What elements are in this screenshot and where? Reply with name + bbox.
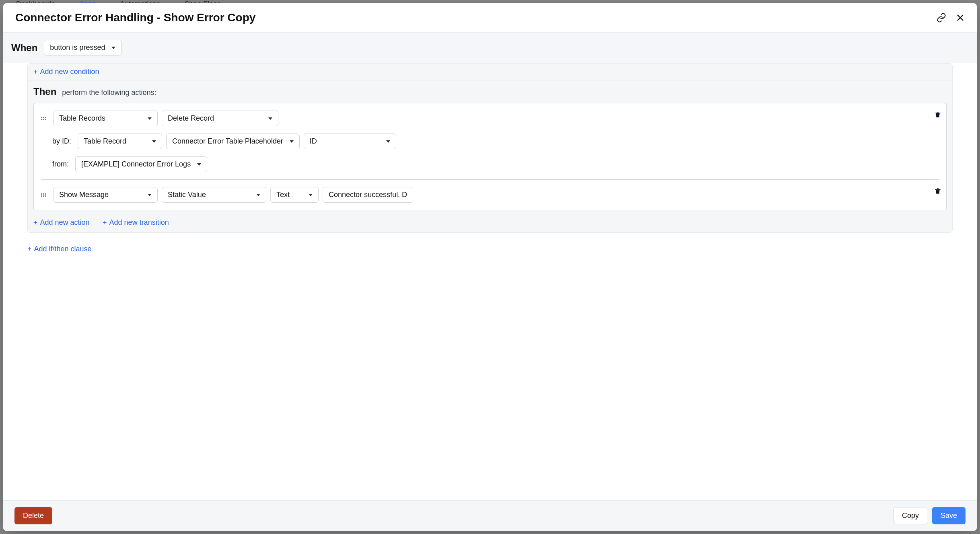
action2-type-value: Show Message — [59, 191, 109, 199]
action2-type-select[interactable]: Show Message — [53, 187, 158, 203]
plus-icon: + — [33, 219, 38, 226]
actions-panel: Table Records Delete Record by ID: — [33, 103, 947, 210]
caret-down-icon — [309, 194, 313, 196]
save-button[interactable]: Save — [932, 507, 966, 524]
action1-op-value: Delete Record — [168, 114, 214, 123]
action1-byid-source-select[interactable]: Table Record — [78, 134, 162, 149]
add-action-label: Add new action — [40, 218, 90, 227]
caret-down-icon — [197, 163, 201, 166]
action-row-1: Table Records Delete Record by ID: — [34, 103, 946, 179]
drag-handle-icon[interactable] — [41, 191, 47, 199]
delete-action-2-icon[interactable] — [934, 187, 941, 197]
action2-mode-select[interactable]: Text — [270, 187, 319, 203]
when-bar: When button is pressed — [3, 33, 977, 63]
add-condition-label: Add new condition — [40, 68, 99, 76]
close-icon[interactable] — [956, 13, 965, 22]
modal-footer: Delete Copy Save — [3, 500, 977, 531]
when-label: When — [11, 42, 37, 53]
action1-from-select[interactable]: [EXAMPLE] Connector Error Logs — [75, 156, 207, 172]
add-new-action[interactable]: + Add new action — [28, 214, 95, 231]
then-header: Then perform the following actions: — [28, 80, 952, 103]
link-icon[interactable] — [937, 13, 946, 23]
action1-byid-source-value: Table Record — [84, 137, 126, 146]
if-then-block: + Add new condition Then perform the fol… — [27, 63, 953, 233]
caret-down-icon — [148, 194, 152, 196]
action2-source-value: Static Value — [168, 191, 206, 199]
action1-type-select[interactable]: Table Records — [53, 111, 158, 126]
action1-from-value: [EXAMPLE] Connector Error Logs — [81, 160, 191, 168]
then-subtext: perform the following actions: — [62, 88, 156, 97]
then-label: Then — [33, 86, 56, 97]
action2-text-input[interactable]: Connector successful. D — [323, 187, 413, 203]
action1-byid-field-select[interactable]: ID — [304, 134, 396, 149]
trigger-modal: Connector Error Handling - Show Error Co… — [3, 3, 977, 531]
action1-type-value: Table Records — [59, 114, 105, 123]
from-label: from: — [52, 160, 69, 168]
plus-icon: + — [33, 68, 38, 76]
action2-mode-value: Text — [276, 191, 290, 199]
caret-down-icon — [111, 47, 115, 49]
modal-title: Connector Error Handling - Show Error Co… — [15, 11, 937, 24]
add-if-then-clause[interactable]: + Add if/then clause — [3, 241, 116, 260]
when-dropdown[interactable]: button is pressed — [44, 40, 121, 55]
delete-button[interactable]: Delete — [14, 507, 52, 524]
when-dropdown-value: button is pressed — [50, 43, 105, 52]
caret-down-icon — [268, 117, 272, 120]
add-new-transition[interactable]: + Add new transition — [97, 217, 175, 232]
plus-icon: + — [27, 245, 32, 253]
caret-down-icon — [152, 140, 156, 143]
caret-down-icon — [386, 140, 390, 143]
caret-down-icon — [256, 194, 260, 196]
add-clause-label: Add if/then clause — [34, 245, 92, 253]
copy-button[interactable]: Copy — [894, 507, 927, 524]
action2-source-select[interactable]: Static Value — [162, 187, 266, 203]
drag-handle-icon[interactable] — [41, 115, 47, 123]
action1-op-select[interactable]: Delete Record — [162, 111, 278, 126]
action1-byid-target-select[interactable]: Connector Error Table Placeholder — [166, 134, 300, 149]
caret-down-icon — [148, 117, 152, 120]
action2-text-value: Connector successful. D — [329, 191, 407, 199]
add-transition-label: Add new transition — [109, 218, 169, 227]
modal-body: + Add new condition Then perform the fol… — [3, 63, 977, 500]
plus-icon: + — [103, 219, 107, 226]
delete-action-1-icon[interactable] — [934, 111, 941, 120]
by-id-label: by ID: — [52, 137, 71, 146]
action1-byid-field-value: ID — [310, 137, 317, 146]
add-new-condition[interactable]: + Add new condition — [28, 64, 105, 80]
modal-header: Connector Error Handling - Show Error Co… — [3, 3, 977, 33]
action-row-2: Show Message Static Value Text — [34, 180, 946, 210]
action1-byid-target-value: Connector Error Table Placeholder — [172, 137, 283, 146]
caret-down-icon — [290, 140, 294, 143]
